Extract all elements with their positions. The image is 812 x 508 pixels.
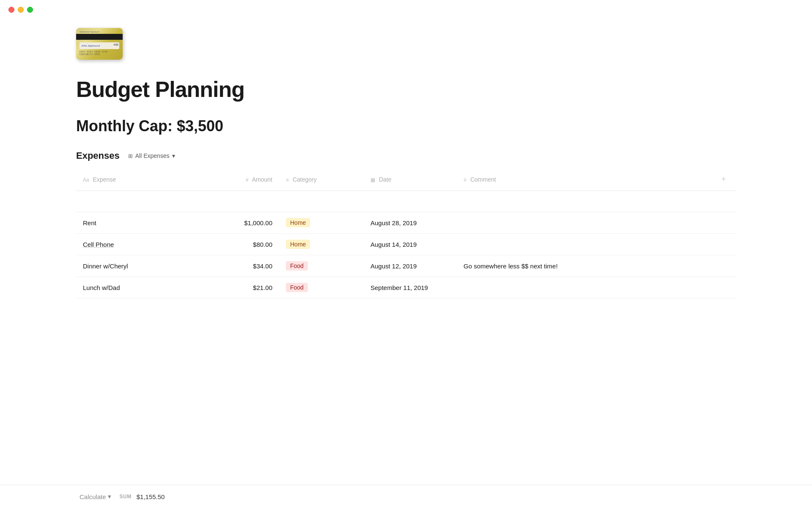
table-row[interactable]: Cell Phone $80.00 Home August 14, 2019	[76, 234, 736, 255]
empty-date-cell	[364, 191, 457, 212]
empty-expense-cell	[76, 191, 203, 212]
card-number: EEET EEET 5000 JF9Z EEB23B174 9P92	[80, 50, 108, 55]
minimize-button[interactable]	[18, 7, 24, 13]
expense-name-cell[interactable]: Rent	[76, 212, 203, 234]
calculate-chevron-icon: ▾	[108, 493, 111, 500]
empty-amount-cell	[203, 191, 279, 212]
credit-card-icon: Authorized Signature John Appleseed 448 …	[76, 28, 123, 60]
hash-icon: #	[246, 177, 249, 183]
expense-name-cell[interactable]: Cell Phone	[76, 234, 203, 255]
sum-value: $1,155.50	[137, 493, 165, 500]
expense-amount: $80.00	[253, 241, 272, 248]
empty-add-cell	[711, 191, 736, 212]
card-icon-wrapper: Authorized Signature John Appleseed 448 …	[76, 28, 736, 60]
expense-amount: $34.00	[253, 262, 272, 270]
card-cvv: 448	[113, 43, 118, 46]
expense-add-cell	[711, 234, 736, 255]
expense-comment-cell	[457, 212, 711, 234]
col-header-expense: Aa Expense	[76, 168, 203, 191]
expense-amount-cell: $80.00	[203, 234, 279, 255]
card-name: John Appleseed	[81, 44, 100, 47]
category-badge[interactable]: Food	[286, 261, 308, 271]
expense-amount-cell: $1,000.00	[203, 212, 279, 234]
empty-category-cell	[279, 191, 364, 212]
view-selector[interactable]: ⊞ All Expenses ▾	[125, 151, 178, 161]
expense-name: Dinner w/Cheryl	[83, 262, 128, 270]
expense-date: September 11, 2019	[370, 284, 428, 291]
close-button[interactable]	[8, 7, 14, 13]
expense-name-cell[interactable]: Dinner w/Cheryl	[76, 255, 203, 277]
chevron-down-icon: ▾	[172, 152, 175, 159]
table-row[interactable]	[76, 191, 736, 212]
expense-comment-cell	[457, 234, 711, 255]
expense-date: August 28, 2019	[370, 219, 417, 226]
col-header-date: ▦ Date	[364, 168, 457, 191]
expense-amount: $1,000.00	[244, 219, 272, 226]
col-header-amount: # Amount	[203, 168, 279, 191]
expense-comment-cell: Go somewhere less $$ next time!	[457, 255, 711, 277]
empty-comment-cell	[457, 191, 711, 212]
calculate-button[interactable]: Calculate ▾	[76, 491, 115, 502]
window-chrome	[0, 0, 812, 19]
maximize-button[interactable]	[27, 7, 33, 13]
expense-date-cell: September 11, 2019	[364, 277, 457, 298]
expense-date-cell: August 14, 2019	[364, 234, 457, 255]
expense-date: August 12, 2019	[370, 262, 417, 270]
expense-date: August 14, 2019	[370, 241, 417, 248]
expense-add-cell	[711, 277, 736, 298]
add-column-button[interactable]: +	[718, 173, 729, 185]
card-auth-text: Authorized Signature	[80, 30, 99, 33]
col-header-comment: ≡ Comment	[457, 168, 711, 191]
expense-category-cell[interactable]: Home	[279, 212, 364, 234]
calendar-icon: ▦	[370, 177, 375, 183]
expense-comment-cell	[457, 277, 711, 298]
expense-name: Lunch w/Dad	[83, 284, 120, 291]
col-header-category: ≡ Category	[279, 168, 364, 191]
list-icon: ≡	[286, 177, 289, 183]
category-badge[interactable]: Food	[286, 283, 308, 292]
comment-list-icon: ≡	[464, 177, 466, 183]
category-badge[interactable]: Home	[286, 240, 310, 249]
expenses-label: Expenses	[76, 150, 120, 161]
expense-comment: Go somewhere less $$ next time!	[464, 262, 558, 270]
col-header-add[interactable]: +	[711, 168, 736, 191]
table-footer: Calculate ▾ SUM $1,155.50	[0, 485, 812, 508]
expenses-table: Aa Expense # Amount ≡ Category ▦ Date ≡	[76, 168, 736, 298]
table-row[interactable]: Dinner w/Cheryl $34.00 Food August 12, 2…	[76, 255, 736, 277]
category-badge[interactable]: Home	[286, 218, 310, 227]
expense-name-cell[interactable]: Lunch w/Dad	[76, 277, 203, 298]
grid-icon: ⊞	[128, 153, 133, 159]
page-title: Budget Planning	[76, 77, 736, 102]
expense-add-cell	[711, 255, 736, 277]
expense-name: Rent	[83, 219, 96, 226]
expense-date-cell: August 12, 2019	[364, 255, 457, 277]
sum-label: SUM	[120, 494, 132, 500]
table-row[interactable]: Lunch w/Dad $21.00 Food September 11, 20…	[76, 277, 736, 298]
table-row[interactable]: Rent $1,000.00 Home August 28, 2019	[76, 212, 736, 234]
expense-amount-cell: $34.00	[203, 255, 279, 277]
monthly-cap: Monthly Cap: $3,500	[76, 117, 736, 135]
view-selector-label: All Expenses	[135, 152, 170, 159]
expense-name[interactable]: Cell Phone	[83, 241, 114, 248]
expense-amount-cell: $21.00	[203, 277, 279, 298]
calculate-label: Calculate	[80, 493, 106, 500]
expense-add-cell	[711, 212, 736, 234]
expense-amount: $21.00	[253, 284, 272, 291]
card-mag-stripe	[76, 34, 123, 40]
expense-date-cell: August 28, 2019	[364, 212, 457, 234]
expense-category-cell[interactable]: Food	[279, 255, 364, 277]
expense-category-cell[interactable]: Home	[279, 234, 364, 255]
text-icon: Aa	[83, 177, 89, 183]
table-header-row: Aa Expense # Amount ≡ Category ▦ Date ≡	[76, 168, 736, 191]
main-content: Authorized Signature John Appleseed 448 …	[0, 19, 812, 341]
expense-category-cell[interactable]: Food	[279, 277, 364, 298]
expenses-header: Expenses ⊞ All Expenses ▾	[76, 150, 736, 161]
